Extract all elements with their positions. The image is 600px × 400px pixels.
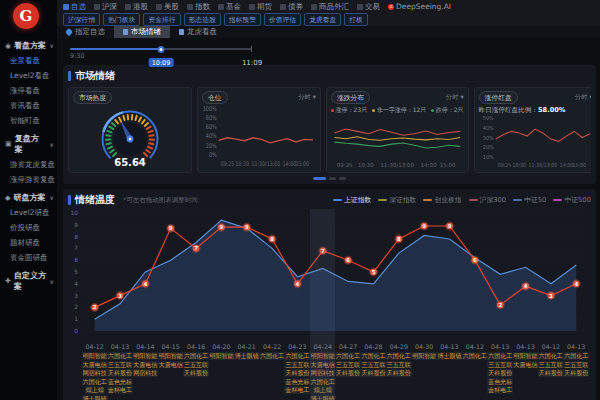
stock-name-chip[interactable]: 六国化工	[487, 352, 513, 360]
sidebar-section-header[interactable]: ◉看盘方案∨	[0, 35, 57, 53]
sidebar-item[interactable]: Level2研盘	[0, 205, 57, 220]
stock-name-chip[interactable]: 博士眼镜	[436, 352, 462, 360]
stock-name-chip[interactable]: 明阳智能	[208, 352, 234, 360]
stock-name-chip[interactable]: 金杯电工	[487, 386, 513, 394]
sidebar-item[interactable]: Level2看盘	[0, 68, 57, 83]
stock-name-chip[interactable]: 明阳智能	[310, 352, 336, 360]
top-menu-item[interactable]: 自选	[63, 2, 86, 12]
stock-name-chip[interactable]: 明阳智能	[411, 352, 437, 360]
top-menu-item[interactable]: 沪深	[94, 2, 117, 12]
panel-dropdown[interactable]: 分时 ▾	[446, 93, 464, 102]
stock-name-chip[interactable]: 三五互联	[563, 361, 589, 369]
stock-name-chip[interactable]: 天科股份	[563, 369, 589, 377]
stock-name-chip[interactable]: 天科股份	[360, 369, 386, 377]
view-tab[interactable]: 市场情绪	[114, 26, 170, 38]
slider-handle[interactable]	[158, 46, 165, 53]
stock-name-chip[interactable]: 天科股份	[107, 369, 133, 377]
top-menu-item[interactable]: GDeepSeeing.AI	[388, 2, 451, 11]
top-menu-item[interactable]: 商品外汇	[311, 2, 349, 12]
view-tab[interactable]: 龙虎看盘	[170, 26, 226, 38]
legend-item[interactable]: 中证50	[513, 195, 546, 205]
app-logo[interactable]: G	[13, 3, 39, 29]
quick-button[interactable]: 沪深行情	[63, 13, 100, 26]
stock-name-chip[interactable]: 蓝色光标	[284, 378, 310, 386]
stock-name-chip[interactable]: 六国化工	[360, 352, 386, 360]
stock-name-chip[interactable]: 天科股份	[487, 369, 513, 377]
stock-name-chip[interactable]: 三五互联	[538, 361, 564, 369]
quick-button[interactable]: 指标预警	[224, 13, 261, 26]
stock-name-chip[interactable]: 明阳智能	[158, 352, 184, 360]
sidebar-item[interactable]: 资金面研盘	[0, 250, 57, 265]
stock-name-chip[interactable]: 六国化工	[82, 378, 108, 386]
panel-dropdown[interactable]: 分时 ▾	[298, 93, 316, 102]
stock-name-chip[interactable]: 三五互联	[360, 361, 386, 369]
legend-item[interactable]: 沪深300	[469, 195, 507, 205]
stock-name-chip[interactable]: 明阳智能	[513, 352, 539, 360]
top-menu-item[interactable]: 美股	[156, 2, 179, 12]
stock-name-chip[interactable]: 金杯电工	[284, 386, 310, 394]
stock-name-chip[interactable]: 大唐电信	[82, 361, 108, 369]
quick-button[interactable]: 打板	[344, 13, 368, 26]
top-menu-item[interactable]: 债券	[280, 2, 303, 12]
stock-name-chip[interactable]: 大唐电信	[513, 361, 539, 369]
stock-name-chip[interactable]: 六国化工	[284, 352, 310, 360]
stock-name-chip[interactable]: 天科股份	[386, 369, 412, 377]
sidebar-item[interactable]: 全景看盘	[0, 53, 57, 68]
stock-name-chip[interactable]: 三五互联	[335, 361, 361, 369]
stock-name-chip[interactable]: 博士眼镜	[82, 395, 108, 400]
quick-button[interactable]: 价值评估	[264, 13, 301, 26]
stock-name-chip[interactable]: 网宿科技	[310, 369, 336, 377]
sidebar-item[interactable]: 游资龙虎复盘	[0, 157, 57, 172]
stock-name-chip[interactable]: 三五互联	[386, 361, 412, 369]
stock-name-chip[interactable]: 三五互联	[487, 361, 513, 369]
quick-button[interactable]: 热门板块	[103, 13, 140, 26]
top-menu-item[interactable]: 期货	[249, 2, 272, 12]
pager-dot[interactable]	[339, 177, 346, 180]
stock-name-chip[interactable]: 六国化工	[335, 352, 361, 360]
panel-dropdown[interactable]: 分时 ▾	[575, 93, 591, 102]
stock-name-chip[interactable]: 六国化工	[386, 352, 412, 360]
legend-item[interactable]: 上证指数	[333, 195, 371, 205]
sidebar-item[interactable]: 题材研盘	[0, 235, 57, 250]
sidebar-item[interactable]: 智能盯盘	[0, 113, 57, 128]
stock-name-chip[interactable]: 三五互联	[183, 361, 209, 369]
slider-track[interactable]: 10:09 11:09	[70, 48, 252, 50]
top-menu-item[interactable]: 港股	[125, 2, 148, 12]
stock-name-chip[interactable]: 六国化工	[310, 378, 336, 386]
stock-name-chip[interactable]: 六国化工	[538, 352, 564, 360]
stock-name-chip[interactable]: 六国化工	[259, 352, 285, 360]
pager-dot[interactable]	[313, 177, 326, 180]
stock-name-chip[interactable]: 天科股份	[538, 369, 564, 377]
stock-name-chip[interactable]: 三五互联	[107, 361, 133, 369]
stock-name-chip[interactable]: 蓝色光标	[107, 378, 133, 386]
stock-name-chip[interactable]: 网宿科技	[132, 369, 158, 377]
sidebar-item[interactable]: 涨停游资复盘	[0, 172, 57, 187]
quick-button[interactable]: 形态选股	[184, 13, 221, 26]
sidebar-section-header[interactable]: ◆研盘方案∨	[0, 187, 57, 205]
stock-name-chip[interactable]: 三五互联	[284, 361, 310, 369]
top-menu-item[interactable]: 交易	[357, 2, 380, 12]
stock-name-chip[interactable]: 明阳智能	[82, 352, 108, 360]
stock-name-chip[interactable]: 天科股份	[284, 369, 310, 377]
stock-name-chip[interactable]: 天科股份	[183, 369, 209, 377]
stock-name-chip[interactable]: 大唐电信	[158, 361, 184, 369]
stock-name-chip[interactable]: 大唐电信	[310, 361, 336, 369]
stock-name-chip[interactable]: 六国化工	[462, 352, 488, 360]
stock-name-chip[interactable]: 煌上煌	[85, 386, 105, 394]
stock-name-chip[interactable]: 博士眼镜	[310, 395, 336, 400]
sidebar-section-header[interactable]: ▣复盘方案∨	[0, 128, 57, 157]
stock-name-chip[interactable]: 明阳智能	[132, 352, 158, 360]
stock-name-chip[interactable]: 六国化工	[107, 352, 133, 360]
stock-name-chip[interactable]: 煌上煌	[313, 386, 333, 394]
quick-button[interactable]: 龙虎看盘	[304, 13, 341, 26]
stock-name-chip[interactable]: 六国化工	[183, 352, 209, 360]
stock-name-chip[interactable]: 博士眼镜	[234, 352, 260, 360]
pager-dot[interactable]	[329, 177, 336, 180]
stock-name-chip[interactable]: 金杯电工	[107, 386, 133, 394]
sidebar-item[interactable]: 资讯看盘	[0, 98, 57, 113]
stock-name-chip[interactable]: 网宿科技	[82, 369, 108, 377]
stock-name-chip[interactable]: 蓝色光标	[487, 378, 513, 386]
sidebar-section-header[interactable]: ✚自定义方案∨	[0, 265, 57, 294]
sidebar-item[interactable]: 价投研盘	[0, 220, 57, 235]
sidebar-item[interactable]: 涨停看盘	[0, 83, 57, 98]
